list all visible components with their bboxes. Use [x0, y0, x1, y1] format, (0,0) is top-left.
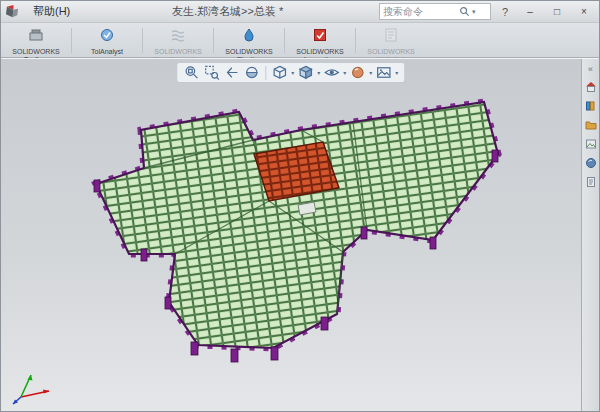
display-style-icon[interactable]: [296, 64, 315, 81]
addin-tab-tolanalyst[interactable]: TolAnalyst: [74, 24, 140, 57]
building-formwork-model[interactable]: [94, 102, 498, 362]
assembly-model-canvas[interactable]: [1, 59, 599, 411]
flow-simulation-icon: [170, 27, 186, 47]
ribbon-separator: [355, 28, 356, 53]
addin-tab-label: TolAnalyst: [91, 48, 123, 56]
task-pane-collapse-icon[interactable]: «: [588, 64, 593, 74]
addin-tab-inspection[interactable]: SOLIDWORKS Inspection: [287, 24, 353, 57]
hud-separator: [265, 66, 266, 80]
zoom-fit-icon[interactable]: [182, 64, 201, 81]
document-title: 友生.郑湾名城>>总装 *: [82, 4, 373, 19]
view-settings-chevron-icon[interactable]: ▾: [394, 69, 399, 76]
addin-tab-solidworks-toolbox[interactable]: SOLIDWORKS Toolbox: [3, 24, 69, 57]
reference-triad: [9, 369, 67, 407]
edit-appearance-chevron-icon[interactable]: ▾: [368, 69, 373, 76]
tolanalyst-icon: [99, 27, 115, 47]
solidworks-window: 帮助(H) 友生.郑湾名城>>总装 * ▾ ? – □ ×: [0, 0, 600, 412]
ribbon-separator: [284, 28, 285, 53]
task-pane-design-library-icon[interactable]: [585, 100, 597, 112]
ribbon-separator: [142, 28, 143, 53]
hide-show-items-icon[interactable]: [322, 64, 341, 81]
inspection-icon: [312, 27, 328, 47]
search-icon[interactable]: [459, 6, 470, 17]
green-panel-deck[interactable]: [96, 102, 498, 348]
addin-tab-plastics[interactable]: SOLIDWORKS Plastics: [216, 24, 282, 57]
display-style-chevron-icon[interactable]: ▾: [316, 69, 321, 76]
plastics-icon: [241, 27, 257, 47]
solidworks-logo-icon: [5, 4, 20, 19]
view-orientation-icon[interactable]: [270, 64, 289, 81]
maximize-button[interactable]: □: [546, 3, 568, 21]
task-pane-file-explorer-icon[interactable]: [585, 119, 597, 131]
zoom-to-area-icon[interactable]: [202, 64, 221, 81]
task-pane-document-properties-icon[interactable]: [585, 176, 597, 188]
ribbon-separator: [71, 28, 72, 53]
edit-appearance-icon[interactable]: [348, 64, 367, 81]
heads-up-view-toolbar: ▾ ▾ ▾ ▾: [176, 62, 405, 83]
ribbon-separator: [213, 28, 214, 53]
task-pane-appearances-icon[interactable]: [585, 157, 597, 169]
command-search-box: ▾: [379, 3, 491, 20]
task-pane-view-palette-icon[interactable]: [585, 138, 597, 150]
close-button[interactable]: ×: [573, 3, 595, 21]
command-manager-ribbon: SOLIDWORKS Toolbox TolAnalyst SOLIDWORKS…: [1, 23, 599, 58]
title-bar: 帮助(H) 友生.郑湾名城>>总装 * ▾ ? – □ ×: [1, 1, 599, 23]
menu-help[interactable]: 帮助(H): [27, 3, 76, 20]
addin-tab-mbd-snl[interactable]: SOLIDWORKS MBD SNL: [358, 24, 424, 57]
task-pane-strip: «: [581, 59, 599, 411]
mbd-snl-icon: [383, 27, 399, 47]
toolbox-icon: [28, 27, 44, 47]
previous-view-icon[interactable]: [222, 64, 241, 81]
section-view-icon[interactable]: [242, 64, 261, 81]
command-search-input[interactable]: [383, 6, 457, 17]
minimize-button[interactable]: –: [519, 3, 541, 21]
graphics-viewport[interactable]: ▾ ▾ ▾ ▾: [1, 58, 599, 411]
hide-show-chevron-icon[interactable]: ▾: [342, 69, 347, 76]
addin-tab-flow-simulation[interactable]: SOLIDWORKS Flow Simulation: [145, 24, 211, 57]
view-orientation-chevron-icon[interactable]: ▾: [290, 69, 295, 76]
view-settings-icon[interactable]: [374, 64, 393, 81]
task-pane-resources-icon[interactable]: [585, 81, 597, 93]
search-dropdown-chevron-icon[interactable]: ▾: [472, 8, 476, 16]
help-button[interactable]: ?: [496, 3, 514, 21]
